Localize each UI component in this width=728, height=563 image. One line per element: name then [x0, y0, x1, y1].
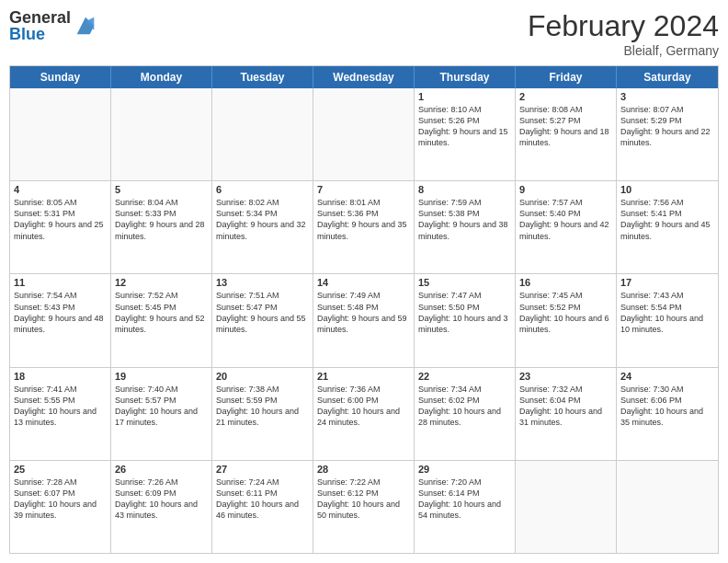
logo-icon — [73, 13, 98, 39]
day-number: 6 — [216, 184, 309, 195]
day-info: Sunrise: 7:43 AMSunset: 5:54 PMDaylight:… — [620, 290, 714, 335]
day-info: Sunrise: 7:26 AMSunset: 6:09 PMDaylight:… — [115, 477, 208, 522]
day-number: 9 — [519, 184, 612, 195]
day-cell: 2Sunrise: 8:08 AMSunset: 5:27 PMDaylight… — [516, 88, 617, 180]
day-number: 15 — [418, 277, 511, 288]
location-subtitle: Bleialf, Germany — [528, 43, 719, 58]
day-number: 16 — [519, 277, 612, 288]
logo-blue-text: Blue — [9, 26, 71, 42]
day-number: 29 — [418, 464, 511, 475]
day-number: 10 — [620, 184, 714, 195]
calendar: SundayMondayTuesdayWednesdayThursdayFrid… — [9, 65, 719, 554]
day-headers: SundayMondayTuesdayWednesdayThursdayFrid… — [10, 66, 718, 88]
day-number: 5 — [115, 184, 208, 195]
day-cell: 29Sunrise: 7:20 AMSunset: 6:14 PMDayligh… — [415, 461, 516, 553]
day-number: 20 — [216, 371, 309, 382]
day-header-monday: Monday — [111, 66, 212, 88]
day-info: Sunrise: 8:08 AMSunset: 5:27 PMDaylight:… — [519, 104, 612, 149]
day-info: Sunrise: 7:38 AMSunset: 5:59 PMDaylight:… — [216, 384, 309, 429]
day-cell — [516, 461, 617, 553]
day-number: 4 — [14, 184, 107, 195]
day-info: Sunrise: 7:22 AMSunset: 6:12 PMDaylight:… — [317, 477, 410, 522]
day-info: Sunrise: 7:36 AMSunset: 6:00 PMDaylight:… — [317, 384, 410, 429]
logo: General Blue — [9, 9, 98, 42]
day-cell — [212, 88, 313, 180]
day-cell: 17Sunrise: 7:43 AMSunset: 5:54 PMDayligh… — [617, 274, 718, 366]
day-number: 22 — [418, 371, 511, 382]
day-info: Sunrise: 7:28 AMSunset: 6:07 PMDaylight:… — [14, 477, 107, 522]
header: General Blue February 2024 Bleialf, Germ… — [9, 9, 719, 58]
day-number: 1 — [418, 91, 511, 102]
day-number: 19 — [115, 371, 208, 382]
day-info: Sunrise: 8:07 AMSunset: 5:29 PMDaylight:… — [620, 104, 714, 149]
day-number: 8 — [418, 184, 511, 195]
day-cell: 22Sunrise: 7:34 AMSunset: 6:02 PMDayligh… — [415, 368, 516, 460]
day-cell: 5Sunrise: 8:04 AMSunset: 5:33 PMDaylight… — [111, 181, 212, 273]
day-info: Sunrise: 7:34 AMSunset: 6:02 PMDaylight:… — [418, 384, 511, 429]
day-cell: 12Sunrise: 7:52 AMSunset: 5:45 PMDayligh… — [111, 274, 212, 366]
day-cell: 21Sunrise: 7:36 AMSunset: 6:00 PMDayligh… — [313, 368, 415, 460]
day-cell: 27Sunrise: 7:24 AMSunset: 6:11 PMDayligh… — [212, 461, 313, 553]
day-info: Sunrise: 7:45 AMSunset: 5:52 PMDaylight:… — [519, 290, 612, 335]
day-number: 17 — [620, 277, 714, 288]
day-header-saturday: Saturday — [617, 66, 718, 88]
day-header-friday: Friday — [516, 66, 617, 88]
day-cell — [10, 88, 111, 180]
day-info: Sunrise: 8:10 AMSunset: 5:26 PMDaylight:… — [418, 104, 511, 149]
day-cell: 13Sunrise: 7:51 AMSunset: 5:47 PMDayligh… — [212, 274, 313, 366]
week-row-4: 18Sunrise: 7:41 AMSunset: 5:55 PMDayligh… — [10, 367, 718, 460]
day-cell: 23Sunrise: 7:32 AMSunset: 6:04 PMDayligh… — [516, 368, 617, 460]
day-number: 25 — [14, 464, 107, 475]
day-cell — [313, 88, 415, 180]
day-cell: 16Sunrise: 7:45 AMSunset: 5:52 PMDayligh… — [516, 274, 617, 366]
day-info: Sunrise: 7:59 AMSunset: 5:38 PMDaylight:… — [418, 197, 511, 242]
day-cell: 11Sunrise: 7:54 AMSunset: 5:43 PMDayligh… — [10, 274, 111, 366]
day-number: 21 — [317, 371, 410, 382]
day-info: Sunrise: 8:05 AMSunset: 5:31 PMDaylight:… — [14, 197, 107, 242]
day-header-wednesday: Wednesday — [313, 66, 415, 88]
day-info: Sunrise: 7:47 AMSunset: 5:50 PMDaylight:… — [418, 290, 511, 335]
day-cell: 9Sunrise: 7:57 AMSunset: 5:40 PMDaylight… — [516, 181, 617, 273]
day-info: Sunrise: 8:04 AMSunset: 5:33 PMDaylight:… — [115, 197, 208, 242]
week-row-5: 25Sunrise: 7:28 AMSunset: 6:07 PMDayligh… — [10, 460, 718, 553]
logo-general-text: General — [9, 9, 71, 26]
day-cell: 10Sunrise: 7:56 AMSunset: 5:41 PMDayligh… — [617, 181, 718, 273]
day-info: Sunrise: 7:49 AMSunset: 5:48 PMDaylight:… — [317, 290, 410, 335]
day-header-thursday: Thursday — [415, 66, 516, 88]
day-info: Sunrise: 7:41 AMSunset: 5:55 PMDaylight:… — [14, 384, 107, 429]
week-row-3: 11Sunrise: 7:54 AMSunset: 5:43 PMDayligh… — [10, 273, 718, 366]
day-cell: 26Sunrise: 7:26 AMSunset: 6:09 PMDayligh… — [111, 461, 212, 553]
day-cell: 24Sunrise: 7:30 AMSunset: 6:06 PMDayligh… — [617, 368, 718, 460]
day-info: Sunrise: 7:24 AMSunset: 6:11 PMDaylight:… — [216, 477, 309, 522]
calendar-body: 1Sunrise: 8:10 AMSunset: 5:26 PMDaylight… — [10, 88, 718, 553]
main-container: General Blue February 2024 Bleialf, Germ… — [0, 0, 728, 563]
day-number: 12 — [115, 277, 208, 288]
day-cell: 25Sunrise: 7:28 AMSunset: 6:07 PMDayligh… — [10, 461, 111, 553]
day-info: Sunrise: 7:30 AMSunset: 6:06 PMDaylight:… — [620, 384, 714, 429]
day-number: 24 — [620, 371, 714, 382]
day-number: 7 — [317, 184, 410, 195]
day-cell: 28Sunrise: 7:22 AMSunset: 6:12 PMDayligh… — [313, 461, 415, 553]
day-number: 2 — [519, 91, 612, 102]
day-number: 28 — [317, 464, 410, 475]
day-cell: 7Sunrise: 8:01 AMSunset: 5:36 PMDaylight… — [313, 181, 415, 273]
title-section: February 2024 Bleialf, Germany — [528, 9, 719, 58]
day-cell: 20Sunrise: 7:38 AMSunset: 5:59 PMDayligh… — [212, 368, 313, 460]
day-cell: 8Sunrise: 7:59 AMSunset: 5:38 PMDaylight… — [415, 181, 516, 273]
day-number: 13 — [216, 277, 309, 288]
day-info: Sunrise: 7:51 AMSunset: 5:47 PMDaylight:… — [216, 290, 309, 335]
day-cell — [111, 88, 212, 180]
day-number: 11 — [14, 277, 107, 288]
month-title: February 2024 — [528, 9, 719, 43]
day-number: 3 — [620, 91, 714, 102]
day-header-sunday: Sunday — [10, 66, 111, 88]
day-cell: 19Sunrise: 7:40 AMSunset: 5:57 PMDayligh… — [111, 368, 212, 460]
day-cell: 4Sunrise: 8:05 AMSunset: 5:31 PMDaylight… — [10, 181, 111, 273]
day-info: Sunrise: 7:52 AMSunset: 5:45 PMDaylight:… — [115, 290, 208, 335]
day-cell: 3Sunrise: 8:07 AMSunset: 5:29 PMDaylight… — [617, 88, 718, 180]
day-number: 27 — [216, 464, 309, 475]
day-cell: 1Sunrise: 8:10 AMSunset: 5:26 PMDaylight… — [415, 88, 516, 180]
day-header-tuesday: Tuesday — [212, 66, 313, 88]
day-number: 14 — [317, 277, 410, 288]
day-number: 18 — [14, 371, 107, 382]
